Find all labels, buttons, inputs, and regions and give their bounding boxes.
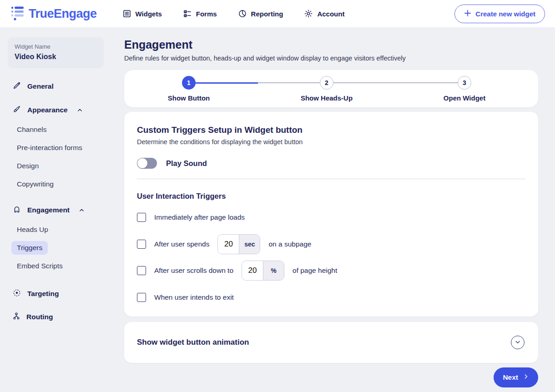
stepper-line	[333, 82, 458, 83]
sidebar-item-routing[interactable]: Routing	[8, 312, 104, 322]
footer-actions: Next	[124, 367, 538, 387]
trigger-rows: Immediately after page loads After user …	[137, 212, 525, 303]
nav-item-label: Account	[317, 10, 344, 18]
play-sound-toggle[interactable]	[137, 158, 157, 169]
seconds-input[interactable]	[218, 235, 239, 254]
nav-item-forms[interactable]: Forms	[183, 9, 217, 18]
reporting-icon	[238, 9, 247, 18]
nav-item-label: Reporting	[251, 10, 283, 18]
sidebar-item-embed-scripts[interactable]: Embed Scripts	[11, 259, 68, 273]
stepper-progress-line	[196, 82, 258, 84]
chevron-up-icon	[76, 107, 83, 114]
next-button[interactable]: Next	[494, 367, 538, 387]
brand-logo[interactable]: TrueEngage	[11, 5, 97, 23]
app-header: TrueEngage Widgets Forms	[0, 0, 555, 27]
percent-unit-label: %	[263, 261, 284, 280]
chevron-right-icon	[523, 373, 529, 382]
sidebar-item-appearance[interactable]: Appearance	[8, 105, 104, 116]
triggers-card-subtitle: Determine the conditions for displaying …	[137, 138, 525, 146]
sidebar-item-channels[interactable]: Channels	[11, 123, 52, 136]
page-title: Engagement	[124, 38, 538, 51]
magnet-icon	[12, 205, 21, 216]
divider	[137, 179, 525, 179]
sidebar: Widget Name Video Kiosk General Appearan…	[0, 27, 111, 392]
trigger-row-exit-intent: When user intends to exit	[137, 292, 525, 303]
widgets-icon	[122, 9, 131, 18]
trigger-row-time-on-subpage: After user spends sec on a subpage	[137, 234, 525, 254]
trigger-label-before: After user scrolls down to	[154, 266, 233, 275]
trigger-row-page-loads: Immediately after page loads	[137, 212, 525, 223]
appearance-sub-list: Channels Pre-interaction forms Design Co…	[8, 123, 104, 195]
nav-item-widgets[interactable]: Widgets	[122, 9, 162, 18]
nav-item-reporting[interactable]: Reporting	[238, 9, 283, 18]
play-sound-row: Play Sound	[137, 158, 525, 169]
target-icon	[12, 288, 21, 299]
sidebar-item-label: Targeting	[27, 290, 59, 298]
nav-item-label: Widgets	[136, 10, 162, 18]
sidebar-item-engagement[interactable]: Engagement	[8, 205, 104, 216]
widget-animation-card: Show widget button animation	[124, 322, 538, 363]
trigger-label-after: on a subpage	[268, 240, 311, 248]
step-label-open-widget: Open Widget	[419, 94, 510, 102]
top-nav: Widgets Forms Reporting	[122, 9, 455, 18]
seconds-input-group: sec	[217, 234, 260, 254]
create-new-widget-button[interactable]: Create new widget	[454, 5, 545, 23]
nav-item-label: Forms	[196, 10, 217, 18]
seconds-unit-label: sec	[239, 235, 260, 254]
sidebar-item-general[interactable]: General	[8, 81, 104, 92]
trigger-label-before: After user spends	[154, 240, 209, 248]
sidebar-item-triggers[interactable]: Triggers	[11, 241, 48, 255]
brand-logo-icon	[11, 5, 25, 23]
nav-item-account[interactable]: Account	[304, 9, 344, 18]
engagement-sub-list: Heads Up Triggers Embed Scripts	[8, 223, 104, 276]
pencil-icon	[12, 81, 21, 92]
trigger-row-scroll-depth: After user scrolls down to % of page hei…	[137, 261, 525, 281]
scroll-depth-checkbox[interactable]	[137, 266, 146, 275]
widget-name-card: Widget Name Video Kiosk	[8, 37, 104, 68]
trigger-label-after: of page height	[293, 266, 337, 275]
sidebar-item-heads-up[interactable]: Heads Up	[11, 223, 54, 236]
sidebar-item-label: Routing	[26, 313, 53, 321]
chevron-down-icon	[514, 338, 521, 347]
step-circle-3[interactable]: 3	[458, 76, 471, 90]
sidebar-item-design[interactable]: Design	[11, 159, 44, 173]
gear-icon	[304, 9, 313, 18]
page-loads-checkbox[interactable]	[137, 213, 146, 222]
plus-icon	[464, 10, 471, 18]
custom-triggers-card: Custom Triggers Setup in Widget button D…	[124, 112, 538, 317]
play-sound-label: Play Sound	[166, 159, 207, 168]
routing-icon	[12, 312, 20, 322]
widget-name-label: Widget Name	[15, 43, 97, 50]
next-button-label: Next	[503, 373, 518, 382]
sidebar-item-copywriting[interactable]: Copywriting	[11, 177, 59, 191]
sidebar-item-label: Appearance	[27, 106, 68, 114]
toggle-knob	[137, 158, 147, 168]
forms-icon	[183, 9, 192, 18]
percent-input-group: %	[242, 261, 284, 281]
widget-name-value: Video Kiosk	[15, 53, 97, 61]
time-on-subpage-checkbox[interactable]	[137, 240, 146, 249]
sidebar-item-targeting[interactable]: Targeting	[8, 288, 104, 299]
stepper-line	[258, 82, 320, 83]
user-interaction-triggers-title: User Interaction Triggers	[137, 192, 525, 201]
page-subtitle: Define rules for widget button, heads-up…	[124, 55, 538, 62]
brand-name: TrueEngage	[29, 7, 97, 21]
trigger-label: Immediately after page loads	[154, 213, 245, 221]
trigger-label: When user intends to exit	[154, 293, 234, 302]
step-circle-1[interactable]: 1	[182, 76, 196, 90]
stepper: 1 2 3 Show Button Show Heads-Up Open Wid…	[124, 70, 538, 107]
step-circle-2[interactable]: 2	[320, 76, 333, 90]
sidebar-item-label: General	[27, 82, 54, 90]
sidebar-item-pre-interaction-forms[interactable]: Pre-interaction forms	[11, 141, 88, 155]
exit-intent-checkbox[interactable]	[137, 293, 146, 302]
create-new-widget-label: Create new widget	[475, 10, 535, 18]
expand-animation-button[interactable]	[511, 336, 525, 349]
animation-card-title: Show widget button animation	[137, 338, 249, 347]
chevron-up-icon	[78, 207, 85, 214]
main-content: Engagement Define rules for widget butto…	[111, 27, 555, 392]
percent-input[interactable]	[242, 261, 263, 280]
brush-icon	[12, 105, 21, 116]
sidebar-item-label: Engagement	[27, 206, 70, 214]
step-label-show-heads-up: Show Heads-Up	[281, 94, 372, 102]
triggers-card-title: Custom Triggers Setup in Widget button	[137, 125, 525, 135]
